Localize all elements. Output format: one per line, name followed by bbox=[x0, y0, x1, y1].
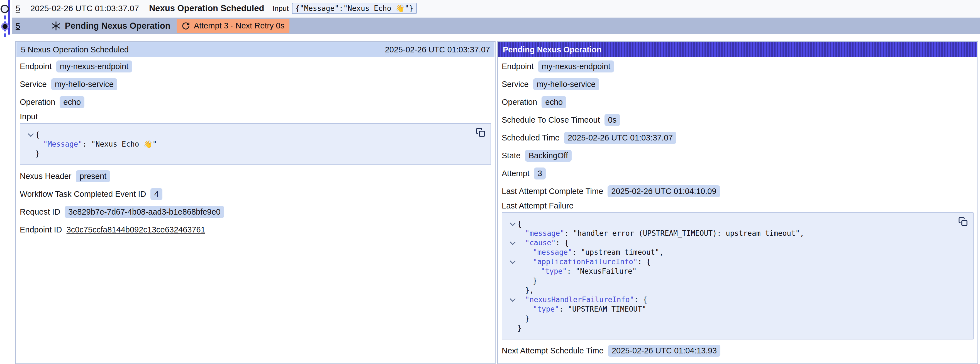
field-row: Operationecho bbox=[20, 93, 491, 111]
collapse-chevron-icon[interactable] bbox=[509, 258, 515, 263]
code-line: "message": "upstream timeout", bbox=[508, 247, 967, 257]
field-label: State bbox=[502, 151, 521, 160]
code-line: "type": "NexusFailure" bbox=[508, 267, 967, 276]
field-value-chip: 3 bbox=[534, 168, 546, 179]
json-text: : { bbox=[556, 239, 569, 247]
copy-button[interactable] bbox=[958, 217, 968, 227]
json-text: : "UPSTREAM_TIMEOUT" bbox=[559, 305, 646, 313]
json-text: { bbox=[517, 220, 522, 228]
field-value-chip: present bbox=[76, 170, 110, 182]
code-line: } bbox=[508, 276, 967, 286]
pending-operation-title: Pending Nexus Operation bbox=[503, 45, 602, 54]
event-row-nexus-operation-scheduled[interactable]: 5 2025-02-26 UTC 01:03:37.07 Nexus Opera… bbox=[12, 0, 980, 17]
json-key: "cause" bbox=[525, 239, 556, 247]
field-row: Operationecho bbox=[502, 93, 974, 111]
field-value-chip: 4 bbox=[150, 188, 162, 200]
code-line: "message": "handler error (UPSTREAM_TIME… bbox=[508, 228, 967, 238]
code-line: } bbox=[26, 149, 485, 158]
json-key: "message" bbox=[533, 248, 572, 256]
collapse-chevron-icon[interactable] bbox=[509, 296, 515, 302]
code-line: { bbox=[26, 130, 485, 139]
pending-operation-panel: Pending Nexus Operation Endpointmy-nexus… bbox=[497, 41, 978, 364]
copy-button[interactable] bbox=[476, 128, 485, 138]
timeline-event-dot-current bbox=[1, 22, 9, 30]
event-input-chip[interactable]: {"Message":"Nexus Echo 👋"} bbox=[292, 3, 417, 14]
event-detail-timestamp: 2025-02-26 UTC 01:03:37.07 bbox=[385, 45, 490, 54]
json-text: } bbox=[533, 276, 537, 285]
json-text: : { bbox=[634, 295, 647, 304]
field-label: Endpoint ID bbox=[20, 225, 62, 235]
code-line: { bbox=[508, 219, 967, 228]
json-key: "type" bbox=[533, 305, 559, 313]
event-detail-title: 5 Nexus Operation Scheduled bbox=[21, 45, 129, 54]
code-line: "cause": { bbox=[508, 238, 967, 247]
field-label: Endpoint bbox=[20, 62, 52, 71]
failure-section-label: Last Attempt Failure bbox=[502, 200, 974, 211]
json-key: "Message" bbox=[43, 140, 83, 148]
field-label: Workflow Task Completed Event ID bbox=[20, 190, 146, 199]
json-key: "type" bbox=[541, 267, 567, 275]
json-text: : "NexusFailure" bbox=[567, 267, 636, 275]
code-line: }, bbox=[508, 286, 967, 295]
field-value-link[interactable]: 3c0c75ccfa8144b092c13ce632463761 bbox=[67, 225, 205, 235]
event-timestamp: 2025-02-26 UTC 01:03:37.07 bbox=[30, 4, 139, 13]
event-detail-header: 5 Nexus Operation Scheduled 2025-02-26 U… bbox=[16, 42, 495, 57]
collapse-chevron-icon[interactable] bbox=[27, 131, 33, 137]
field-row: Nexus Headerpresent bbox=[20, 167, 491, 185]
field-row: Endpointmy-nexus-endpoint bbox=[20, 57, 491, 75]
field-value-chip: 2025-02-26 UTC 01:04:13.93 bbox=[608, 345, 721, 357]
code-line: "Message": "Nexus Echo 👋" bbox=[26, 139, 485, 149]
pending-row-title: Pending Nexus Operation bbox=[65, 21, 170, 31]
field-value-chip: BackingOff bbox=[525, 150, 572, 162]
json-text: } bbox=[35, 149, 40, 158]
field-row: Servicemy-hello-service bbox=[502, 75, 974, 93]
json-text: : "upstream timeout", bbox=[572, 248, 664, 256]
attempt-retry-badge: Attempt 3 · Next Retry 0s bbox=[177, 19, 290, 33]
event-input-label: Input bbox=[272, 4, 289, 13]
code-line: "nexusHandlerFailureInfo": { bbox=[508, 295, 967, 304]
field-value-chip: my-nexus-endpoint bbox=[538, 61, 614, 72]
input-section-label: Input bbox=[20, 111, 491, 122]
event-id-link[interactable]: 5 bbox=[16, 4, 20, 13]
field-value-chip: 2025-02-26 UTC 01:04:10.09 bbox=[608, 185, 720, 197]
timeline-active-bar bbox=[8, 0, 10, 35]
field-label: Nexus Header bbox=[20, 172, 71, 181]
retry-icon bbox=[181, 22, 190, 30]
json-text: : "handler error (UPSTREAM_TIMEOUT): ups… bbox=[565, 229, 804, 238]
json-text: } bbox=[525, 315, 530, 323]
field-row: Scheduled Time2025-02-26 UTC 01:03:37.07 bbox=[502, 129, 974, 147]
field-value-chip: my-nexus-endpoint bbox=[56, 61, 132, 72]
field-label: Scheduled Time bbox=[502, 133, 560, 142]
json-key: "applicationFailureInfo" bbox=[533, 257, 638, 266]
input-json-block: {"Message": "Nexus Echo 👋"} bbox=[20, 123, 491, 165]
field-row: Last Attempt Complete Time2025-02-26 UTC… bbox=[502, 182, 974, 200]
field-value-chip: echo bbox=[541, 96, 566, 108]
field-label: Request ID bbox=[20, 208, 60, 217]
field-label: Schedule To Close Timeout bbox=[502, 115, 600, 125]
field-row: StateBackingOff bbox=[502, 147, 974, 164]
event-title: Nexus Operation Scheduled bbox=[149, 3, 264, 13]
failure-json-block: {"message": "handler error (UPSTREAM_TIM… bbox=[502, 212, 974, 340]
field-value-chip: 2025-02-26 UTC 01:03:37.07 bbox=[564, 132, 676, 144]
field-label: Service bbox=[20, 80, 47, 89]
field-value-chip: 3e829b7e-7d67-4b08-aad3-b1e868bfe9e0 bbox=[65, 206, 224, 218]
json-text: } bbox=[517, 324, 522, 332]
json-text: : "Nexus Echo 👋" bbox=[83, 140, 157, 148]
field-label: Operation bbox=[20, 97, 55, 107]
field-value-chip: echo bbox=[60, 96, 84, 108]
field-row: Request ID3e829b7e-7d67-4b08-aad3-b1e868… bbox=[20, 203, 491, 221]
field-row: Endpoint ID3c0c75ccfa8144b092c13ce632463… bbox=[20, 221, 491, 239]
code-line: "type": "UPSTREAM_TIMEOUT" bbox=[508, 304, 967, 314]
json-text: { bbox=[35, 131, 40, 139]
event-detail-panel: 5 Nexus Operation Scheduled 2025-02-26 U… bbox=[15, 41, 496, 364]
field-row: Endpointmy-nexus-endpoint bbox=[502, 57, 974, 75]
event-row-pending-nexus-operation[interactable]: 5 Pending Nexus Operation Attempt 3 · Ne… bbox=[12, 18, 980, 34]
pending-asterisk-icon bbox=[51, 21, 61, 31]
field-label: Operation bbox=[502, 97, 537, 107]
field-label: Service bbox=[502, 80, 529, 89]
collapse-chevron-icon[interactable] bbox=[509, 220, 515, 226]
json-text: : { bbox=[638, 257, 651, 266]
collapse-chevron-icon[interactable] bbox=[509, 239, 515, 245]
field-label: Endpoint bbox=[502, 62, 534, 71]
event-id-link[interactable]: 5 bbox=[16, 21, 20, 31]
